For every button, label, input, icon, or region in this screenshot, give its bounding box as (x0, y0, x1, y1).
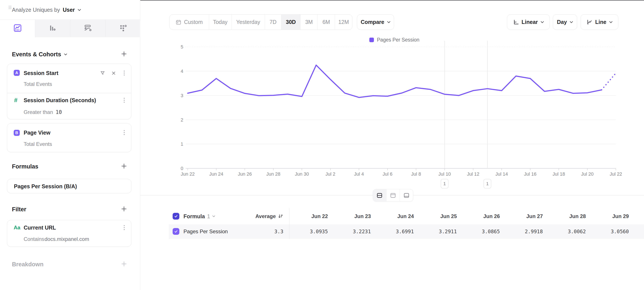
mixpanel-insights-app: Analyze Uniques by User (0, 0, 644, 290)
filter-event-button[interactable] (99, 69, 106, 77)
query-builder-sidebar: Analyze Uniques by User (0, 0, 140, 290)
layout-table-only-button[interactable] (400, 189, 413, 201)
check-icon (174, 214, 178, 218)
date-column-header[interactable]: Jun 26 (457, 213, 500, 219)
formulas-section-header: Formulas (12, 162, 128, 171)
split-view-icon (376, 192, 383, 198)
close-icon (111, 71, 116, 76)
remove-event-button[interactable] (110, 69, 117, 77)
chevron-down-icon (541, 21, 544, 23)
date-column-header[interactable]: Jun 28 (543, 213, 586, 219)
x-tick-label: Jun 22 (181, 171, 195, 177)
compare-button[interactable]: Compare (357, 14, 394, 30)
line-chart-type-icon (586, 19, 592, 25)
tab-flows[interactable] (70, 20, 105, 37)
range-custom[interactable]: Custom (170, 15, 209, 30)
range-label: Today (213, 19, 228, 25)
events-section-title[interactable]: Events & Cohorts (12, 51, 67, 58)
range-label: 6M (322, 19, 330, 25)
range-today[interactable]: Today (209, 15, 232, 30)
average-label: Average (255, 213, 276, 219)
date-column-header[interactable]: Jun 23 (328, 213, 371, 219)
property-name[interactable]: Session Duration (Seconds) (24, 97, 96, 104)
formula-card[interactable]: Pages Per Session (B/A) (7, 179, 131, 193)
annotation-count: 1 (443, 181, 446, 186)
date-range-control: CustomTodayYesterday7D30D3M6M12M (169, 14, 352, 30)
cell-value: 3.0865 (457, 229, 500, 234)
property-operator[interactable]: Greater than (24, 109, 53, 115)
event-menu-button[interactable] (121, 129, 128, 136)
analyze-value-dropdown[interactable]: User (63, 7, 75, 13)
add-breakdown-button[interactable] (120, 260, 128, 268)
add-event-button[interactable] (120, 51, 128, 58)
granularity-button[interactable]: Day (553, 14, 577, 30)
series-label: Formula (184, 213, 205, 220)
event-name[interactable]: Session Start (24, 70, 58, 76)
y-tick-label: 4 (181, 69, 183, 74)
tab-retention[interactable] (105, 20, 140, 37)
range-yesterday[interactable]: Yesterday (232, 15, 265, 30)
funnel-icon (100, 70, 105, 76)
row-series-name[interactable]: Pages Per Session (184, 228, 228, 234)
formula-name[interactable]: Pages Per Session (B/A) (14, 183, 77, 190)
table-row-values: 3.09353.22313.69913.29113.08652.99183.00… (289, 229, 629, 234)
formulas-section-title: Formulas (12, 163, 38, 170)
x-tick-label: Jun 24 (209, 171, 224, 177)
y-tick-label: 5 (181, 44, 183, 50)
event-name[interactable]: Page View (24, 130, 50, 136)
tab-bar-chart[interactable] (35, 20, 70, 37)
y-tick-label: 2 (181, 117, 183, 123)
range-3m[interactable]: 3M (300, 15, 318, 30)
range-30d[interactable]: 30D (281, 15, 300, 30)
row-checkbox[interactable] (172, 228, 179, 235)
date-column-header[interactable]: Jun 27 (500, 213, 543, 219)
tab-insights[interactable] (0, 20, 35, 37)
range-12m[interactable]: 12M (335, 15, 352, 30)
analyze-bar: Analyze Uniques by User (0, 1, 140, 20)
chevron-down-icon (387, 21, 390, 23)
x-tick-label: Jul 20 (581, 171, 594, 177)
series-header-dropdown[interactable]: Formula 1 (184, 213, 215, 220)
cell-value: 3.0935 (289, 229, 328, 234)
x-tick-label: Jul 16 (524, 171, 536, 177)
line-chart[interactable]: 01234511Jun 22Jun 24Jun 26Jun 28Jun 30Ju… (140, 33, 644, 193)
x-tick-label: Jul 8 (411, 171, 421, 177)
chart-type-button[interactable]: Line (580, 14, 618, 30)
layout-chart-only-button[interactable] (386, 189, 400, 201)
date-column-header[interactable]: Jun 24 (371, 213, 414, 219)
visualization-tabs (0, 20, 140, 37)
range-label: 7D (270, 19, 276, 25)
range-label: 3M (305, 19, 313, 25)
add-formula-button[interactable] (120, 163, 128, 170)
linear-scale-icon (513, 19, 519, 25)
drag-handle[interactable] (8, 6, 12, 9)
check-icon (174, 229, 178, 233)
calendar-icon (176, 19, 181, 25)
event-measure[interactable]: Total Events (24, 141, 52, 147)
granularity-label: Day (557, 19, 567, 25)
numeric-property-icon: # (14, 97, 18, 104)
event-menu-button[interactable] (121, 69, 128, 77)
select-all-checkbox[interactable] (172, 213, 179, 220)
event-measure[interactable]: Total Events (24, 81, 52, 87)
average-column-header[interactable]: Average (228, 213, 283, 219)
x-tick-label: Jul 10 (438, 171, 451, 177)
chevron-down-icon (78, 9, 81, 11)
date-column-header[interactable]: Jun 22 (289, 213, 328, 219)
x-tick-label: Jun 26 (238, 171, 252, 177)
scale-label: Linear (522, 19, 538, 25)
layout-split-button[interactable] (373, 189, 386, 201)
results-table: Formula 1 Average Jun 22Jun 23Jun 24Jun … (0, 208, 644, 239)
range-7d[interactable]: 7D (265, 15, 281, 30)
range-6m[interactable]: 6M (318, 15, 335, 30)
date-column-header[interactable]: Jun 25 (414, 213, 457, 219)
x-tick-label: Jul 18 (552, 171, 565, 177)
date-column-header[interactable]: Jun 29 (586, 213, 629, 219)
bottom-panel-icon (403, 192, 410, 198)
event-card-session-start: A Session Start Total Events # Session D… (7, 64, 131, 119)
scale-button[interactable]: Linear (507, 14, 550, 30)
series-line[interactable] (188, 65, 602, 97)
property-menu-button[interactable] (121, 97, 128, 104)
chevron-down-icon (609, 21, 612, 23)
property-value[interactable]: 10 (56, 109, 62, 115)
